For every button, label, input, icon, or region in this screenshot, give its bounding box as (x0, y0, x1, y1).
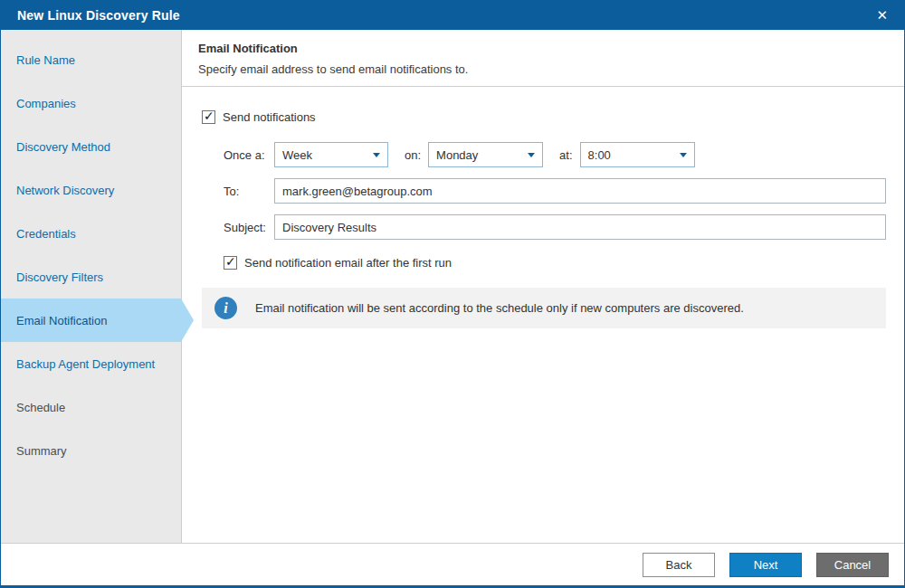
sidebar-item-discovery-filters[interactable]: Discovery Filters (1, 255, 181, 299)
page-subtitle: Specify email address to send email noti… (198, 62, 886, 76)
day-select[interactable]: Monday (428, 142, 543, 167)
next-button[interactable]: Next (729, 553, 802, 577)
to-input[interactable] (274, 178, 886, 204)
frequency-value: Week (282, 148, 366, 162)
first-run-label: Send notification email after the first … (244, 256, 452, 270)
time-value: 8:00 (588, 148, 672, 162)
send-notifications-label: Send notifications (223, 110, 316, 124)
titlebar: New Linux Discovery Rule ✕ (1, 0, 904, 30)
sidebar-item-email-notification[interactable]: Email Notification (1, 299, 181, 342)
on-label: on: (405, 148, 421, 162)
sidebar-item-credentials[interactable]: Credentials (1, 212, 181, 255)
sidebar-item-discovery-method[interactable]: Discovery Method (1, 125, 181, 168)
info-bar: i Email notification will be sent accord… (202, 288, 886, 328)
first-run-row: Send notification email after the first … (202, 256, 886, 270)
send-notifications-row: Send notifications (202, 110, 886, 124)
chevron-down-icon (520, 143, 542, 166)
schedule-row: Once a: Week on: Monday at: 8:00 (202, 142, 886, 167)
info-icon: i (214, 297, 237, 319)
send-notifications-checkbox[interactable] (202, 110, 215, 124)
sidebar-item-companies[interactable]: Companies (1, 81, 181, 125)
time-select[interactable]: 8:00 (580, 142, 695, 167)
at-label: at: (559, 148, 572, 162)
chevron-down-icon (366, 143, 387, 166)
frequency-select[interactable]: Week (274, 142, 388, 167)
cancel-button[interactable]: Cancel (816, 553, 889, 577)
subject-row: Subject: (202, 214, 886, 240)
to-label: To: (224, 185, 274, 198)
wizard-window: New Linux Discovery Rule ✕ Rule Name Com… (0, 0, 905, 588)
wizard-steps-sidebar: Rule Name Companies Discovery Method Net… (1, 30, 182, 543)
sidebar-item-backup-agent-deployment[interactable]: Backup Agent Deployment (1, 342, 181, 385)
wizard-page: Email Notification Specify email address… (182, 30, 904, 543)
first-run-checkbox[interactable] (224, 256, 237, 270)
back-button[interactable]: Back (643, 553, 715, 577)
page-title: Email Notification (198, 42, 886, 55)
close-icon[interactable]: ✕ (872, 6, 891, 24)
page-header: Email Notification Specify email address… (182, 30, 904, 87)
once-a-label: Once a: (224, 148, 274, 162)
email-notification-form: Send notifications Once a: Week on: Mond… (182, 87, 904, 328)
chevron-down-icon (672, 143, 694, 166)
sidebar-item-schedule: Schedule (1, 385, 181, 429)
sidebar-item-rule-name[interactable]: Rule Name (1, 38, 181, 81)
footer: Back Next Cancel (1, 543, 904, 585)
to-row: To: (202, 178, 886, 204)
sidebar-item-summary: Summary (1, 429, 181, 472)
subject-input[interactable] (274, 214, 886, 240)
sidebar-item-network-discovery[interactable]: Network Discovery (1, 168, 181, 212)
window-title: New Linux Discovery Rule (17, 8, 180, 23)
subject-label: Subject: (224, 221, 274, 234)
info-text: Email notification will be sent accordin… (255, 301, 744, 315)
day-value: Monday (436, 148, 520, 162)
